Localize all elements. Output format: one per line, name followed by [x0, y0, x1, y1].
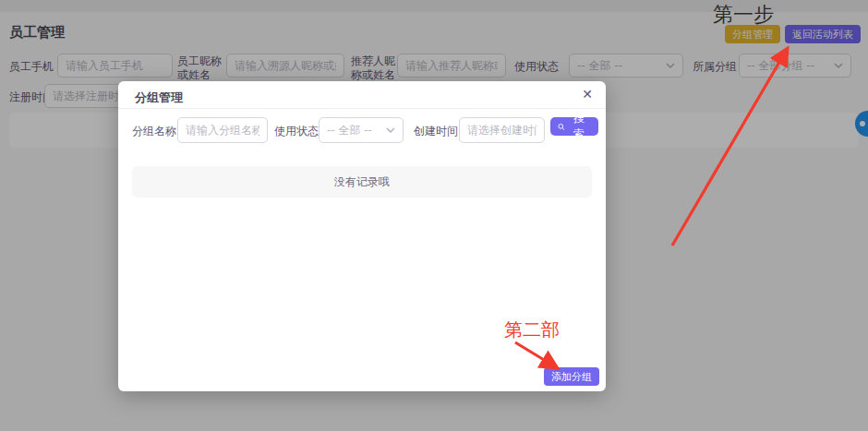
modal-status-value: -- 全部 --	[327, 123, 372, 138]
modal-header: 分组管理 ✕	[118, 81, 606, 109]
search-button-label: 搜 索	[569, 111, 591, 142]
chevron-down-icon	[386, 127, 395, 133]
screen: 员工管理 分组管理 返回活动列表 员工手机 员工昵称或姓名 推荐人昵称或姓名 使…	[0, 0, 868, 431]
modal-status-label: 使用状态	[274, 124, 319, 139]
group-name-label: 分组名称	[132, 124, 176, 139]
group-management-modal: 分组管理 ✕ 分组名称 使用状态 -- 全部 -- 创建时间 搜 索 没有记录哦…	[118, 81, 606, 391]
add-group-button[interactable]: 添加分组	[544, 367, 599, 386]
modal-title: 分组管理	[135, 90, 183, 106]
created-time-label: 创建时间	[414, 124, 458, 139]
close-icon[interactable]: ✕	[582, 88, 593, 101]
empty-state: 没有记录哦	[132, 166, 592, 198]
modal-status-select[interactable]: -- 全部 --	[319, 117, 404, 143]
search-button[interactable]: 搜 索	[550, 117, 598, 136]
search-icon	[558, 122, 565, 132]
group-name-input[interactable]	[177, 117, 268, 143]
created-time-input[interactable]	[459, 117, 545, 143]
